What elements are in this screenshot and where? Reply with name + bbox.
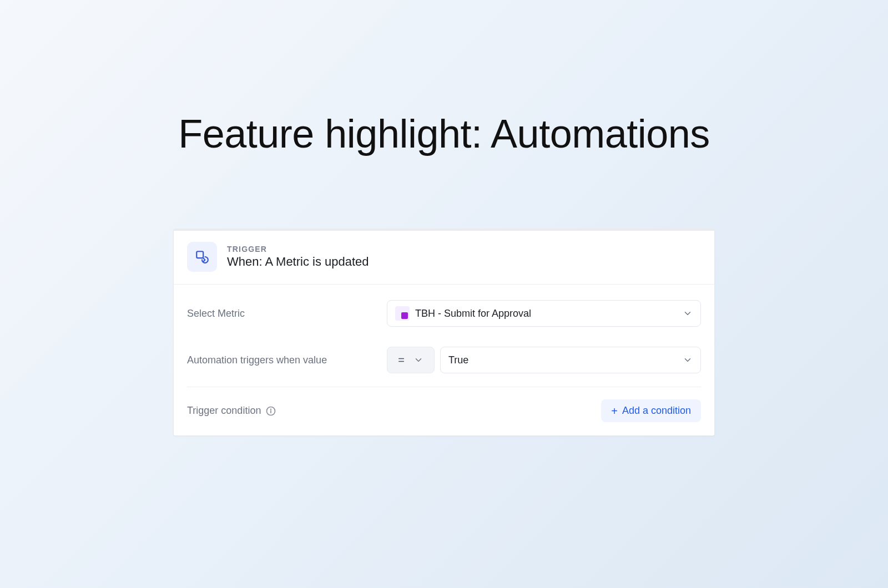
trigger-header: TRIGGER When: A Metric is updated xyxy=(174,231,714,285)
trigger-condition-row: Trigger condition + Add a condition xyxy=(174,387,714,435)
svg-point-3 xyxy=(271,409,271,409)
metric-select[interactable]: TBH - Submit for Approval xyxy=(387,300,701,327)
trigger-icon xyxy=(187,242,217,272)
value-select[interactable]: True xyxy=(440,347,701,373)
value-select-value: True xyxy=(448,354,468,366)
operator-value: = xyxy=(398,354,405,367)
trigger-eyebrow: TRIGGER xyxy=(227,245,369,254)
add-condition-button[interactable]: + Add a condition xyxy=(601,399,701,422)
chevron-down-icon xyxy=(413,355,423,365)
trigger-value-label: Automation triggers when value xyxy=(187,354,387,366)
metric-color-icon xyxy=(395,306,410,321)
trigger-title: When: A Metric is updated xyxy=(227,255,369,269)
chevron-down-icon xyxy=(683,355,693,365)
svg-rect-0 xyxy=(196,251,203,258)
trigger-card: TRIGGER When: A Metric is updated Select… xyxy=(173,229,715,436)
trigger-condition-label: Trigger condition xyxy=(187,405,261,417)
operator-select[interactable]: = xyxy=(387,347,435,373)
select-metric-row: Select Metric TBH - Submit for Approval xyxy=(187,290,701,337)
add-condition-label: Add a condition xyxy=(622,405,691,417)
metric-select-value: TBH - Submit for Approval xyxy=(415,308,531,320)
plus-icon: + xyxy=(611,405,618,417)
trigger-value-row: Automation triggers when value = True xyxy=(187,337,701,383)
info-icon[interactable] xyxy=(265,405,276,417)
select-metric-label: Select Metric xyxy=(187,308,387,320)
chevron-down-icon xyxy=(683,308,693,318)
page-title: Feature highlight: Automations xyxy=(158,111,730,156)
